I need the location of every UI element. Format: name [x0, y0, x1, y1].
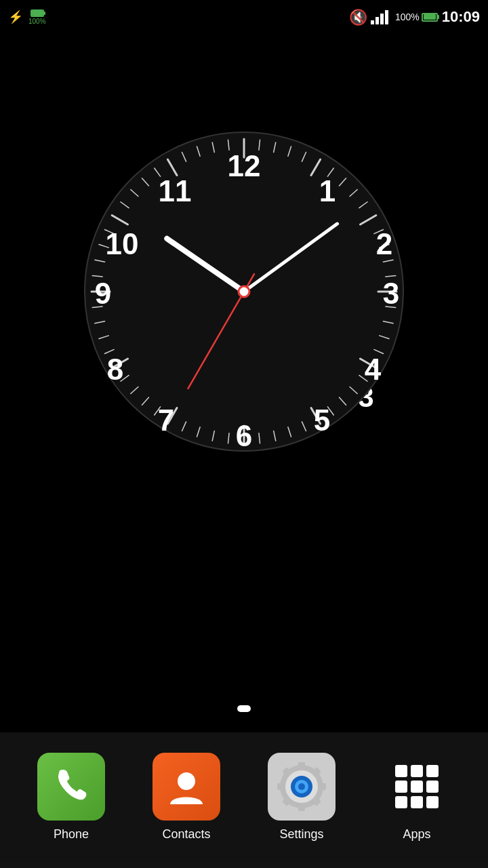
page-indicator — [237, 705, 251, 712]
battery-percent: 100% — [395, 12, 420, 22]
svg-rect-159 — [426, 765, 439, 777]
svg-rect-161 — [411, 781, 423, 793]
battery-indicator: 100% — [395, 12, 438, 22]
dock-item-settings[interactable]: Settings — [268, 753, 336, 842]
svg-rect-3 — [380, 14, 384, 24]
settings-icon — [268, 753, 336, 821]
phone-label: Phone — [54, 827, 89, 842]
svg-text:8: 8 — [107, 353, 123, 386]
svg-text:12: 12 — [228, 149, 261, 182]
battery-small-indicator: 100% — [28, 9, 46, 25]
mute-icon: 🔇 — [348, 7, 367, 26]
svg-rect-2 — [375, 17, 379, 24]
svg-text:2: 2 — [376, 227, 392, 260]
status-left: ⚡ 100% — [8, 9, 46, 25]
svg-rect-165 — [426, 796, 439, 808]
svg-text:1: 1 — [319, 174, 336, 208]
battery-small-text: 100% — [28, 18, 46, 25]
svg-text:6: 6 — [236, 419, 252, 452]
svg-rect-148 — [319, 783, 326, 790]
svg-text:3: 3 — [383, 277, 399, 310]
svg-text:11: 11 — [159, 174, 192, 208]
dock-item-phone[interactable]: Phone — [37, 753, 105, 842]
svg-rect-146 — [298, 762, 305, 769]
clock-time: 10:09 — [442, 8, 480, 26]
svg-rect-152 — [277, 783, 284, 790]
phone-icon — [37, 753, 105, 821]
clock-center — [239, 286, 249, 297]
dock: Phone Contacts — [0, 732, 488, 868]
contacts-icon — [152, 753, 220, 821]
svg-text:9: 9 — [95, 277, 111, 310]
contacts-label: Contacts — [162, 827, 210, 842]
svg-rect-4 — [385, 10, 388, 24]
settings-label: Settings — [279, 827, 323, 842]
clock-widget: 12 1 2 3 3 — [75, 122, 413, 461]
svg-text:🔇: 🔇 — [349, 8, 367, 26]
page-dot-active — [237, 705, 251, 712]
svg-text:10: 10 — [106, 227, 139, 260]
svg-rect-162 — [426, 781, 439, 793]
status-bar: ⚡ 100% 🔇 100% — [0, 0, 488, 34]
apps-label: Apps — [403, 827, 430, 842]
status-right: 🔇 100% 10:09 — [348, 7, 480, 26]
usb-icon: ⚡ — [8, 9, 23, 24]
svg-text:7: 7 — [158, 403, 174, 437]
svg-rect-158 — [411, 765, 423, 777]
svg-text:4: 4 — [365, 353, 382, 386]
svg-rect-1 — [371, 20, 374, 24]
dock-item-contacts[interactable]: Contacts — [152, 753, 220, 842]
svg-rect-164 — [411, 796, 423, 808]
svg-point-143 — [178, 772, 195, 790]
svg-rect-160 — [395, 781, 407, 793]
dock-item-apps[interactable]: Apps — [383, 753, 451, 842]
svg-rect-163 — [395, 796, 407, 808]
svg-rect-157 — [395, 765, 407, 777]
svg-point-156 — [298, 783, 305, 790]
apps-icon — [383, 753, 451, 821]
svg-text:5: 5 — [314, 403, 330, 437]
clock-svg: 12 1 2 3 4 5 6 7 8 9 10 11 — [75, 122, 413, 461]
svg-rect-150 — [298, 804, 305, 811]
signal-icon — [371, 9, 391, 24]
